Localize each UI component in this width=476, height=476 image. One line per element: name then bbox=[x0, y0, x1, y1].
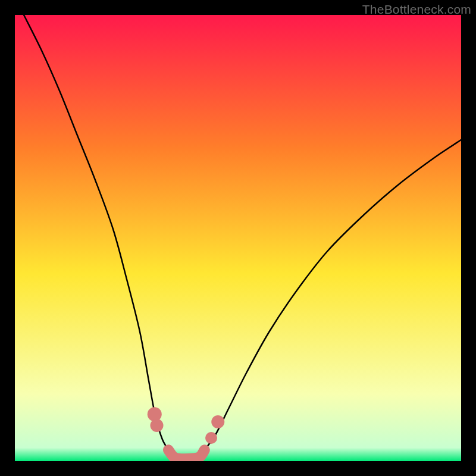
valley-marker bbox=[151, 419, 164, 432]
watermark-text: TheBottleneck.com bbox=[362, 2, 471, 17]
valley-marker bbox=[148, 407, 162, 421]
chart-frame: TheBottleneck.com bbox=[0, 0, 476, 476]
gradient-background bbox=[15, 15, 461, 461]
valley-marker bbox=[205, 432, 217, 444]
plot-area bbox=[15, 15, 461, 461]
chart-svg bbox=[15, 15, 461, 461]
valley-marker bbox=[211, 415, 224, 428]
